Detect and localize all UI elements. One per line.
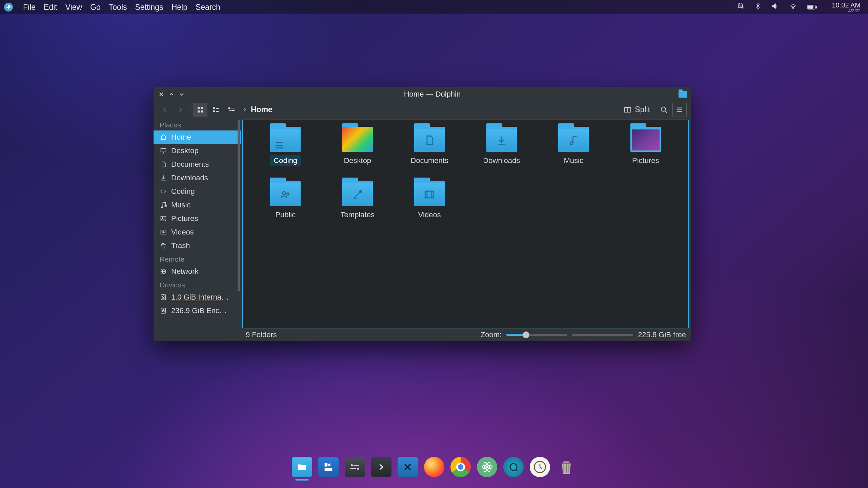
svg-rect-5 (201, 107, 203, 109)
svg-rect-14 (229, 110, 231, 111)
breadcrumb[interactable]: Home (242, 105, 272, 114)
menu-file[interactable]: File (19, 3, 40, 12)
svg-rect-8 (213, 107, 215, 109)
folder-coding[interactable]: Coding (249, 127, 322, 178)
sidebar-item-label: Trash (171, 241, 190, 250)
nav-back-button[interactable] (158, 103, 172, 117)
dolphin-app[interactable] (292, 457, 312, 477)
menu-search[interactable]: Search (191, 3, 224, 12)
sidebar-section-devices: Devices (154, 278, 241, 290)
statusbar: 9 Folders Zoom: 225.8 GiB free (241, 328, 691, 341)
folder-videos[interactable]: Videos (393, 181, 466, 232)
sidebar-item-videos[interactable]: Videos (154, 225, 241, 239)
menu-settings[interactable]: Settings (131, 3, 167, 12)
window-maximize-button[interactable] (166, 92, 177, 97)
wifi-icon[interactable] (789, 3, 797, 12)
folder-label: Coding (270, 155, 301, 166)
sidebar-item-pictures[interactable]: Pictures (154, 212, 241, 225)
menu-help[interactable]: Help (167, 3, 191, 12)
folder-pictures[interactable]: Pictures (610, 127, 682, 178)
folder-downloads[interactable]: Downloads (466, 127, 538, 178)
sidebar-item-1-0-gib-internal-d-[interactable]: 1.0 GiB Internal D… (154, 290, 241, 304)
sidebar-item-music[interactable]: Music (154, 198, 241, 212)
window-minimize-button[interactable] (177, 92, 187, 97)
view-details-button[interactable] (224, 103, 239, 117)
toolbar: Home Split (154, 101, 691, 118)
chrome-app[interactable] (450, 457, 471, 477)
sidebar-item-label: Music (171, 201, 190, 209)
view-icons-button[interactable] (193, 103, 207, 117)
nav-forward-button[interactable] (173, 103, 187, 117)
folder-label: Pictures (629, 155, 662, 166)
bluetooth-icon[interactable] (754, 2, 761, 12)
konsole-app[interactable] (371, 457, 391, 477)
sidebar-item-coding[interactable]: Coding (154, 185, 241, 198)
sidebar-scrollbar[interactable] (237, 120, 241, 340)
search-button[interactable] (657, 103, 671, 117)
folder-templates[interactable]: Templates (322, 181, 394, 232)
volume-icon[interactable] (771, 2, 779, 12)
split-view-button[interactable]: Split (621, 103, 655, 117)
menu-view[interactable]: View (61, 3, 86, 12)
notifications-icon[interactable] (737, 2, 744, 12)
download-icon (160, 174, 167, 182)
folder-music[interactable]: Music (538, 127, 610, 178)
menu-tools[interactable]: Tools (105, 3, 131, 12)
file-view[interactable]: CodingDesktopDocumentsDownloadsMusicPict… (242, 120, 689, 328)
settings-app[interactable] (345, 457, 365, 477)
kate-app[interactable] (398, 457, 418, 477)
clock[interactable]: 10:02 AM 4/2/22 (832, 2, 861, 13)
zoom-slider[interactable] (506, 334, 567, 336)
clock-date: 4/2/22 (832, 8, 861, 13)
hamburger-menu-button[interactable] (672, 103, 687, 117)
svg-point-32 (287, 193, 289, 195)
svg-rect-15 (231, 110, 235, 111)
folder-public[interactable]: Public (249, 181, 322, 232)
sidebar-item-downloads[interactable]: Downloads (154, 171, 241, 185)
svg-rect-2 (816, 6, 816, 8)
svg-rect-28 (161, 308, 165, 313)
firefox-app[interactable] (424, 457, 444, 477)
svg-point-0 (793, 8, 793, 9)
folder-desktop[interactable]: Desktop (322, 127, 394, 178)
menu-edit[interactable]: Edit (40, 3, 61, 12)
svg-rect-19 (161, 148, 166, 152)
sidebar-item-label: Desktop (171, 146, 199, 155)
atom-app[interactable] (477, 457, 497, 477)
svg-rect-11 (216, 111, 219, 112)
svg-point-31 (283, 192, 286, 195)
sidebar-item-documents[interactable]: Documents (154, 158, 241, 171)
trash-app[interactable] (556, 457, 577, 477)
folder-documents[interactable]: Documents (393, 127, 466, 178)
svg-rect-4 (198, 107, 200, 109)
folder-icon (414, 181, 445, 206)
music-icon (160, 201, 167, 209)
svg-rect-7 (201, 110, 203, 113)
free-space-label: 225.8 GiB free (638, 330, 686, 339)
pictures-icon (160, 215, 167, 222)
code-icon (160, 188, 167, 195)
svg-rect-10 (213, 110, 215, 112)
folder-label: Templates (337, 209, 378, 220)
window-app-icon (678, 91, 688, 98)
sidebar-section-remote: Remote (154, 252, 241, 265)
sidebar-item-236-9-gib-encrypt-[interactable]: 236.9 GiB Encrypt… (154, 304, 241, 318)
sidebar-item-label: Coding (171, 187, 195, 196)
qbittorrent-app[interactable] (503, 457, 524, 477)
discover-app[interactable] (318, 457, 339, 477)
sidebar-item-network[interactable]: Network (154, 265, 241, 278)
view-compact-button[interactable] (209, 103, 223, 117)
places-sidebar: PlacesHomeDesktopDocumentsDownloadsCodin… (154, 118, 241, 341)
sidebar-item-home[interactable]: Home (154, 130, 241, 144)
window-close-button[interactable] (156, 92, 166, 97)
menu-go[interactable]: Go (86, 3, 105, 12)
battery-icon[interactable] (807, 3, 817, 12)
fedora-logo-icon[interactable] (4, 3, 13, 12)
svg-rect-38 (350, 468, 356, 469)
clock-app[interactable] (530, 457, 550, 477)
svg-point-27 (163, 296, 164, 298)
sidebar-item-trash[interactable]: Trash (154, 239, 241, 252)
sidebar-item-desktop[interactable]: Desktop (154, 144, 241, 158)
free-space-bar (572, 334, 633, 336)
sidebar-item-label: Pictures (171, 214, 198, 223)
